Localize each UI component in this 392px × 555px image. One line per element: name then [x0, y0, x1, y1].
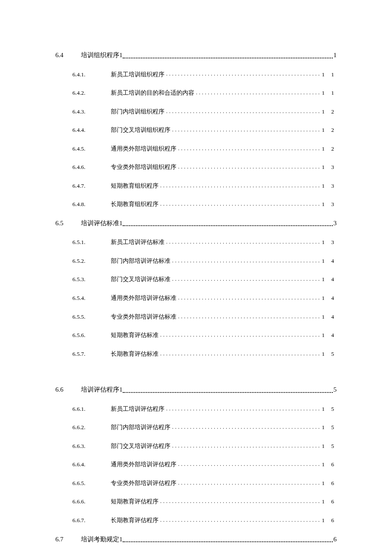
toc-title: 通用类外部培训评估标准 [111, 294, 176, 302]
toc-title: 新员工培训组织程序 [111, 71, 164, 78]
toc-subsection-row: 6.4.6.专业类外部培训组织程序.......................… [55, 163, 337, 171]
toc-subsection-row: 6.5.5.专业类外部培训评估标准.......................… [55, 313, 337, 321]
toc-page-number: 1 4 [322, 313, 337, 321]
toc-title: 短期教育组织程序 [111, 182, 159, 190]
toc-leader: ........................................… [178, 461, 320, 468]
toc-number: 6.6.2. [72, 424, 111, 431]
document-page: 6.4培训组织程序116.4.1.新员工培训组织程序..............… [0, 0, 392, 555]
toc-subsection-row: 6.6.2.部门内部培训评估程序........................… [55, 424, 337, 431]
toc-page-number: 1 6 [322, 517, 337, 524]
toc-leader: ........................................… [172, 424, 320, 431]
toc-subsection-row: 6.4.5.通用类外部培训组织程序.......................… [55, 145, 337, 153]
toc-subsection-row: 6.5.3.部门交叉培训评估标准........................… [55, 276, 337, 283]
toc-leader: ........................................… [160, 183, 320, 189]
toc-number: 6.4.5. [72, 145, 111, 153]
toc-page-number: 1 5 [322, 424, 337, 431]
toc-number: 6.6.1. [72, 405, 111, 413]
toc-section-row: 6.4培训组织程序11 [55, 51, 337, 60]
toc-page-number: 1 3 [322, 163, 337, 171]
toc-subsection-row: 6.4.1.新员工培训组织程序.........................… [55, 71, 337, 78]
toc-subsection-row: 6.4.3.部门内培训组织程序.........................… [55, 108, 337, 116]
toc-title: 培训组织程序1 [81, 51, 123, 60]
toc-subsection-row: 6.4.4.部门交叉培训组织程序........................… [55, 126, 337, 134]
toc-leader: ........................................… [160, 201, 320, 208]
toc-number: 6.4 [55, 51, 81, 60]
toc-page-number: 1 5 [322, 350, 337, 358]
toc-number: 6.5.1. [72, 238, 111, 246]
toc-number: 6.5.4. [72, 294, 111, 302]
toc-page-number: 1 4 [322, 331, 337, 339]
toc-title: 部门交叉培训评估标准 [111, 276, 170, 283]
toc-number: 6.6.5. [72, 479, 111, 487]
toc-page-number: 1 6 [322, 498, 337, 506]
toc-page-number: 1 3 [322, 182, 337, 190]
toc-subsection-row: 6.6.7.长期教育评估程序..........................… [55, 517, 337, 524]
toc-leader: ........................................… [178, 295, 320, 302]
toc-page-number: 6 [334, 535, 337, 544]
toc-title: 长期教育评估标准 [111, 350, 159, 358]
toc-subsection-row: 6.5.7.长期教育评估标准..........................… [55, 350, 337, 358]
toc-leader: ........................................… [166, 108, 320, 115]
toc-number: 6.6.7. [72, 517, 111, 524]
toc-page-number: 1 4 [322, 257, 337, 265]
toc-page-number: 5 [334, 386, 337, 394]
toc-number: 6.5.2. [72, 257, 111, 265]
toc-number: 6.6.4. [72, 461, 111, 468]
toc-title: 专业类外部培训组织程序 [111, 163, 176, 171]
toc-subsection-row: 6.6.4.通用类外部培训评估程序.......................… [55, 461, 337, 468]
toc-title: 短期教育评估标准 [111, 331, 159, 339]
toc-leader: ........................................… [166, 406, 320, 413]
toc-leader: ........................................… [178, 480, 320, 487]
toc-title: 新员工培训的目的和合适的内容 [111, 89, 194, 97]
toc-title: 部门内部培训评估程序 [111, 424, 170, 431]
section-gap [55, 369, 337, 386]
toc-page-number: 1 2 [322, 126, 337, 134]
toc-page-number: 1 3 [322, 238, 337, 246]
toc-number: 6.5.7. [72, 350, 111, 358]
toc-leader: ........................................… [172, 443, 320, 450]
toc-page-number: 3 [334, 219, 337, 228]
toc-number: 6.4.6. [72, 163, 111, 171]
toc-subsection-row: 6.5.2.部门内部培训评估标准........................… [55, 257, 337, 265]
toc-leader: ........................................… [178, 314, 320, 320]
toc-number: 6.4.4. [72, 126, 111, 134]
toc-number: 6.6 [55, 386, 81, 394]
toc-title: 部门交叉培训评估程序 [111, 442, 170, 450]
toc-subsection-row: 6.5.6.短期教育评估标准..........................… [55, 331, 337, 339]
toc-leader: ........................................… [166, 239, 320, 246]
toc-section-row: 6.6培训评估程序15 [55, 386, 337, 394]
toc-leader [123, 57, 333, 58]
toc-page-number: 1 1 [322, 89, 337, 97]
toc-leader [123, 392, 333, 393]
toc-title: 专业类外部培训评估程序 [111, 479, 176, 487]
toc-page-number: 1 3 [322, 200, 337, 208]
toc-subsection-row: 6.5.1.新员工培训评估标准.........................… [55, 238, 337, 246]
toc-title: 部门内培训组织程序 [111, 108, 164, 116]
toc-leader: ........................................… [172, 127, 320, 134]
toc-page-number: 1 5 [322, 442, 337, 450]
toc-number: 6.6.6. [72, 498, 111, 506]
toc-leader: ........................................… [178, 145, 320, 152]
toc-number: 6.4.3. [72, 108, 111, 116]
toc-leader: ........................................… [160, 351, 320, 357]
toc-leader [123, 225, 333, 226]
toc-subsection-row: 6.6.1.新员工培训评估程序.........................… [55, 405, 337, 413]
toc-leader: ........................................… [172, 258, 320, 264]
toc-title: 专业类外部培训评估标准 [111, 313, 176, 321]
toc-number: 6.4.2. [72, 89, 111, 97]
toc-page-number: 1 2 [322, 145, 337, 153]
toc-page-number: 1 4 [322, 276, 337, 283]
toc-title: 培训考勤规定1 [81, 535, 123, 544]
toc-number: 6.5.3. [72, 276, 111, 283]
toc-title: 新员工培训评估标准 [111, 238, 164, 246]
toc-number: 6.5.6. [72, 331, 111, 339]
toc-title: 新员工培训评估程序 [111, 405, 164, 413]
toc-subsection-row: 6.4.7.短期教育组织程序..........................… [55, 182, 337, 190]
toc-title: 长期教育评估程序 [111, 517, 159, 524]
toc-leader: ........................................… [160, 332, 320, 339]
toc-page-number: 1 4 [322, 294, 337, 302]
toc-title: 部门交叉培训组织程序 [111, 126, 170, 134]
toc-number: 6.4.1. [72, 71, 111, 78]
toc-page-number: 1 1 [322, 71, 337, 78]
toc-page-number: 1 6 [322, 461, 337, 468]
